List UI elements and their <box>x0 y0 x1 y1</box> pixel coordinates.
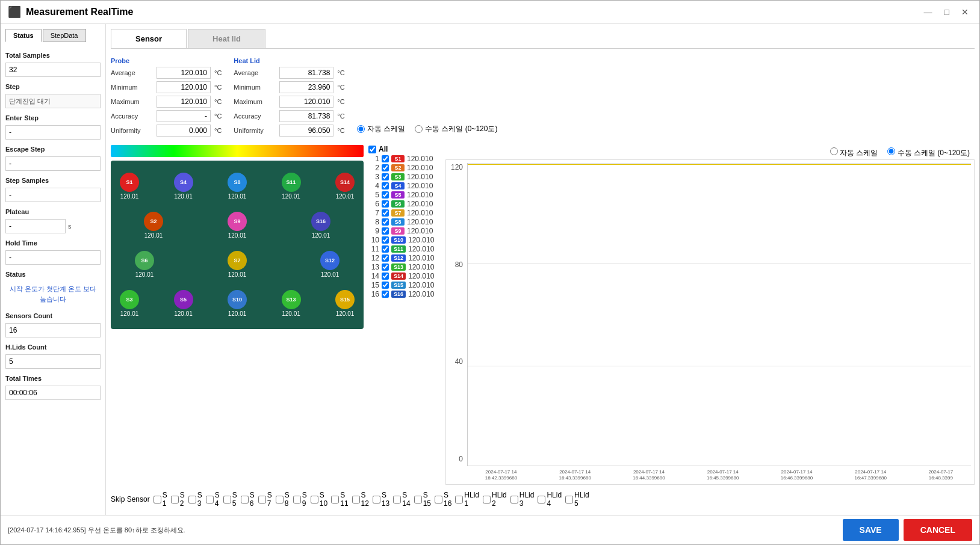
sensor-dot-s10[interactable]: S10 <box>228 290 247 309</box>
tab-status[interactable]: Status <box>5 29 42 42</box>
total-times-input[interactable] <box>5 386 101 400</box>
chart-scale-manual-label[interactable]: 수동 스케일 (0~120도) <box>887 147 970 158</box>
hl-accuracy-value[interactable] <box>279 110 333 122</box>
save-button[interactable]: SAVE <box>843 519 899 541</box>
sensor-val-s8: 120.01 <box>228 193 247 200</box>
skip-hlid2-cb[interactable] <box>483 496 491 503</box>
sensor-dot-s14[interactable]: S14 <box>335 173 355 192</box>
skip-s4-cb[interactable] <box>206 496 214 503</box>
probe-accuracy-value[interactable] <box>157 110 211 122</box>
sensor-11-checkbox[interactable] <box>382 245 389 253</box>
sensor-3-checkbox[interactable] <box>382 173 389 180</box>
probe-scale-manual-radio[interactable] <box>415 125 423 133</box>
sensor-4-checkbox[interactable] <box>382 182 389 189</box>
sensor-dot-s12[interactable]: S12 <box>320 251 340 270</box>
sensor-dot-s3[interactable]: S3 <box>120 290 139 309</box>
sensor-dot-s9[interactable]: S9 <box>228 212 247 231</box>
all-checkbox[interactable] <box>368 146 376 153</box>
plateau-input[interactable] <box>5 219 66 233</box>
probe-average-value[interactable] <box>157 67 211 79</box>
sensor-dot-s6[interactable]: S6 <box>135 251 154 270</box>
probe-scale-manual-label[interactable]: 수동 스케일 (0~120도) <box>415 124 497 134</box>
list-item: 9S9120.010 <box>368 227 441 235</box>
hl-minimum-value[interactable] <box>279 81 333 93</box>
probe-maximum-value[interactable] <box>157 96 211 108</box>
hl-maximum-value[interactable] <box>279 96 333 108</box>
heat-lid-title: Heat Lid <box>234 57 344 64</box>
hold-time-label: Hold Time <box>5 239 101 247</box>
sensor-dot-s11[interactable]: S11 <box>282 173 301 192</box>
skip-s13-cb[interactable] <box>373 496 380 503</box>
sensor-6-checkbox[interactable] <box>382 200 389 208</box>
window-title: Measurement RealTime <box>26 7 916 17</box>
probe-uniformity-value[interactable] <box>157 125 211 137</box>
sensor-item-s8: S8 120.01 <box>228 173 247 200</box>
sensor-15-checkbox[interactable] <box>382 282 389 289</box>
tab-heat-lid[interactable]: Heat lid <box>188 29 265 48</box>
sensor-dot-s8[interactable]: S8 <box>228 173 247 192</box>
hl-uniformity-value[interactable] <box>279 125 333 137</box>
probe-scale-auto-label[interactable]: 자동 스케일 <box>357 124 405 134</box>
sensor-dot-s16[interactable]: S16 <box>311 212 330 231</box>
skip-s6-cb[interactable] <box>241 496 249 503</box>
skip-s8-cb[interactable] <box>276 496 284 503</box>
sensor-dot-s15[interactable]: S15 <box>335 290 355 309</box>
sensor-14-checkbox[interactable] <box>382 272 389 280</box>
tab-sensor[interactable]: Sensor <box>111 29 187 48</box>
sensor-8-checkbox[interactable] <box>382 218 389 226</box>
step-input[interactable] <box>5 94 101 108</box>
skip-s15-cb[interactable] <box>414 496 422 503</box>
skip-s5-cb[interactable] <box>223 496 231 503</box>
maximize-button[interactable]: □ <box>941 6 953 18</box>
tab-stepdata[interactable]: StepData <box>43 29 86 42</box>
probe-minimum-value[interactable] <box>157 81 211 93</box>
skip-s11-cb[interactable] <box>331 496 339 503</box>
minimize-button[interactable]: — <box>920 6 936 18</box>
sensor-13-checkbox[interactable] <box>382 263 389 271</box>
sensor-13-badge: S13 <box>391 263 406 271</box>
skip-s16-cb[interactable] <box>435 496 442 503</box>
enter-step-input[interactable] <box>5 125 101 140</box>
skip-s12-cb[interactable] <box>352 496 360 503</box>
skip-hlid1-cb[interactable] <box>455 496 463 503</box>
sensor-dot-s2[interactable]: S2 <box>144 212 163 231</box>
sensor-dot-s4[interactable]: S4 <box>174 173 193 192</box>
cancel-button[interactable]: CANCEL <box>904 519 972 541</box>
sensor-10-checkbox[interactable] <box>382 236 389 244</box>
hlids-count-input[interactable] <box>5 354 101 369</box>
sensor-dot-s5[interactable]: S5 <box>174 290 193 309</box>
sensor-2-checkbox[interactable] <box>382 164 389 171</box>
chart-scale-auto-label[interactable]: 자동 스케일 <box>830 147 878 158</box>
skip-s14-cb[interactable] <box>393 496 401 503</box>
sensor-dot-s13[interactable]: S13 <box>282 290 301 309</box>
probe-scale-auto-radio[interactable] <box>357 125 365 133</box>
skip-s2-cb[interactable] <box>171 496 179 503</box>
sensors-count-input[interactable] <box>5 323 101 337</box>
sensor-1-checkbox[interactable] <box>382 155 389 162</box>
skip-s10-cb[interactable] <box>311 496 318 503</box>
skip-s1-cb[interactable] <box>154 496 161 503</box>
skip-s12-label: S12 <box>361 491 369 508</box>
total-samples-input[interactable] <box>5 63 101 77</box>
hl-average-value[interactable] <box>279 67 333 79</box>
hold-time-input[interactable] <box>5 250 101 265</box>
sensor-dot-s1[interactable]: S1 <box>120 173 139 192</box>
sensor-7-checkbox[interactable] <box>382 209 389 217</box>
skip-s9-cb[interactable] <box>293 496 301 503</box>
skip-hlid3-cb[interactable] <box>510 496 518 503</box>
sensor-9-checkbox[interactable] <box>382 227 389 235</box>
skip-hlid4-cb[interactable] <box>538 496 545 503</box>
sensor-dot-s7[interactable]: S7 <box>228 251 247 270</box>
sensor-12-checkbox[interactable] <box>382 254 389 262</box>
close-button[interactable]: ✕ <box>958 6 972 18</box>
skip-hlid5-cb[interactable] <box>565 496 573 503</box>
chart-scale-manual-radio[interactable] <box>887 147 895 155</box>
escape-step-input[interactable] <box>5 156 101 171</box>
skip-s7-cb[interactable] <box>258 496 266 503</box>
chart-scale-auto-radio[interactable] <box>830 147 838 155</box>
app-icon: ⬛ <box>8 5 21 19</box>
skip-s3-cb[interactable] <box>188 496 196 503</box>
sensor-5-checkbox[interactable] <box>382 191 389 199</box>
step-samples-input[interactable] <box>5 188 101 202</box>
sensor-16-checkbox[interactable] <box>382 291 389 298</box>
